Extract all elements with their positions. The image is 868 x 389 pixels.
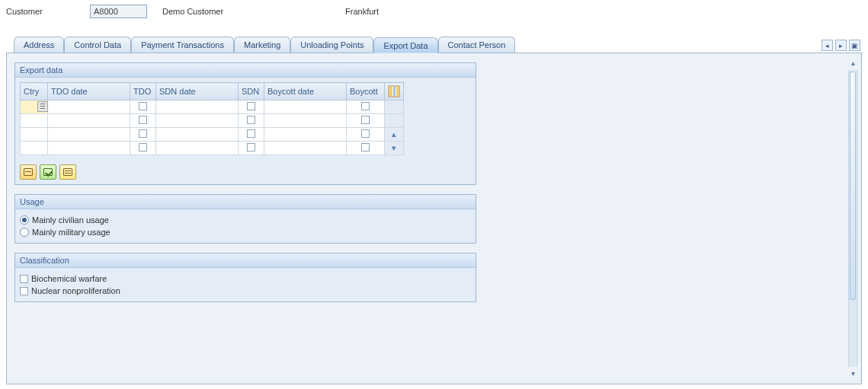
tab-contact-person[interactable]: Contact Person	[438, 37, 516, 53]
cell-boycott-date[interactable]	[264, 100, 347, 114]
check-bio-row[interactable]: Biochemical warfare	[20, 273, 471, 285]
cell-boycott[interactable]	[347, 128, 385, 142]
tab-control-data[interactable]: Control Data	[64, 37, 131, 53]
customer-input[interactable]	[90, 5, 147, 18]
table-row[interactable]: ☰	[21, 100, 404, 114]
tab-export-data[interactable]: Export Data	[373, 37, 437, 53]
table-scroll-up[interactable]: ▴	[385, 128, 404, 142]
radio-dot-icon	[22, 218, 27, 222]
cell-tdo[interactable]	[130, 100, 156, 114]
radio-military[interactable]	[20, 228, 29, 237]
panel-scroll-track[interactable]	[848, 70, 857, 367]
group-classification: Classification Biochemical warfare Nucle…	[14, 253, 476, 302]
cell-boycott-date[interactable]	[264, 128, 347, 142]
group-usage: Usage Mainly civilian usage Mainly milit…	[14, 194, 476, 244]
f4-help-icon[interactable]: ☰	[37, 101, 48, 112]
checkbox-bio[interactable]	[20, 275, 28, 283]
cell-boycott-date[interactable]	[264, 114, 347, 128]
triangle-right-icon: ▸	[839, 42, 843, 49]
panel-scrollbar[interactable]: ▴ ▾	[847, 58, 858, 379]
tab-scroll-right-button[interactable]: ▸	[835, 40, 847, 51]
checkbox[interactable]	[139, 102, 147, 110]
tab-payment-transactions[interactable]: Payment Transactions	[131, 37, 234, 53]
checkbox[interactable]	[361, 116, 370, 124]
table-row[interactable]: ▴	[21, 128, 404, 142]
checkbox[interactable]	[361, 102, 370, 110]
radio-civilian-row[interactable]: Mainly civilian usage	[20, 214, 471, 226]
checkbox[interactable]	[139, 129, 147, 138]
cell-ctry[interactable]: ☰	[21, 100, 48, 114]
cell-ctry[interactable]	[21, 128, 48, 142]
table-header-row: Ctry TDO date TDO SDN date SDN Boycott d…	[21, 83, 404, 100]
tab-unloading-points[interactable]: Unloading Points	[290, 37, 373, 53]
table-row[interactable]	[21, 114, 404, 128]
col-sdn-date[interactable]: SDN date	[156, 83, 239, 100]
checkbox[interactable]	[139, 116, 147, 124]
cell-sdn[interactable]	[239, 142, 264, 155]
row-icon	[24, 168, 33, 176]
tab-address[interactable]: Address	[14, 37, 64, 53]
checkbox-nuclear[interactable]	[20, 287, 28, 295]
tab-marketing[interactable]: Marketing	[234, 37, 290, 53]
checkbox[interactable]	[247, 143, 255, 151]
customer-name-text: Demo Customer	[162, 7, 223, 16]
col-sdn[interactable]: SDN	[239, 83, 264, 100]
cell-tdo[interactable]	[130, 114, 156, 128]
panel-scroll-down[interactable]: ▾	[848, 368, 857, 379]
toolbar-button-2[interactable]	[40, 164, 56, 180]
group-export-data: Export data Ctry TDO date TDO SDN date	[14, 62, 476, 185]
cell-tdo[interactable]	[130, 142, 156, 155]
checkbox[interactable]	[139, 143, 147, 151]
tab-scroll-left-button[interactable]: ◂	[822, 40, 833, 51]
row-scroll-spacer	[385, 114, 404, 128]
cell-sdn[interactable]	[239, 114, 264, 128]
cell-tdo-date[interactable]	[48, 114, 130, 128]
cell-boycott[interactable]	[347, 114, 385, 128]
cell-tdo[interactable]	[130, 128, 156, 142]
radio-military-row[interactable]: Mainly military usage	[20, 226, 471, 238]
cell-boycott[interactable]	[347, 142, 385, 155]
checkbox[interactable]	[247, 129, 255, 138]
cell-tdo-date[interactable]	[48, 100, 130, 114]
list-icon	[63, 168, 72, 176]
cell-sdn[interactable]	[239, 128, 264, 142]
tab-list-icon: ▣	[851, 42, 858, 49]
cell-sdn[interactable]	[239, 100, 264, 114]
cell-tdo-date[interactable]	[48, 128, 130, 142]
radio-civilian[interactable]	[20, 215, 29, 225]
checkbox[interactable]	[247, 116, 255, 124]
checkbox[interactable]	[361, 143, 370, 151]
group-usage-body: Mainly civilian usage Mainly military us…	[15, 209, 476, 243]
col-boycott[interactable]: Boycott	[347, 83, 385, 100]
cell-boycott[interactable]	[347, 100, 385, 114]
cell-sdn-date[interactable]	[156, 100, 239, 114]
col-config[interactable]	[385, 83, 404, 100]
col-boycott-date[interactable]: Boycott date	[264, 83, 347, 100]
col-tdo[interactable]: TDO	[130, 83, 156, 100]
check-nuclear-row[interactable]: Nuclear nonproliferation	[20, 285, 471, 297]
check-icon	[43, 168, 53, 176]
checkbox[interactable]	[247, 102, 255, 110]
toolbar-button-1[interactable]	[20, 164, 37, 180]
checkbox[interactable]	[361, 129, 370, 138]
cell-ctry[interactable]	[21, 114, 48, 128]
cell-sdn-date[interactable]	[156, 142, 239, 155]
toolbar-button-3[interactable]	[59, 164, 76, 180]
cell-ctry[interactable]	[21, 142, 48, 155]
table-settings-icon	[388, 85, 400, 97]
group-usage-title: Usage	[15, 195, 476, 209]
cell-tdo-date[interactable]	[48, 142, 130, 155]
customer-label: Customer	[6, 7, 75, 16]
table-scroll-down[interactable]: ▾	[385, 142, 404, 155]
checkbox-nuclear-label: Nuclear nonproliferation	[31, 286, 120, 295]
col-ctry[interactable]: Ctry	[21, 83, 48, 100]
cell-sdn-date[interactable]	[156, 114, 239, 128]
col-tdo-date[interactable]: TDO date	[48, 83, 130, 100]
table-row[interactable]: ▾	[21, 142, 404, 155]
panel-scroll-thumb[interactable]	[850, 72, 856, 300]
cell-boycott-date[interactable]	[264, 142, 347, 155]
cell-sdn-date[interactable]	[156, 128, 239, 142]
svg-rect-3	[396, 87, 399, 96]
panel-scroll-up[interactable]: ▴	[848, 58, 857, 69]
tab-list-button[interactable]: ▣	[849, 40, 860, 51]
